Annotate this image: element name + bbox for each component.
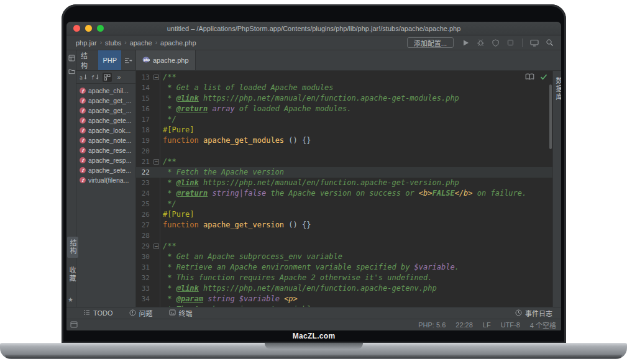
debug-icon[interactable] [475, 37, 486, 48]
add-configuration-button[interactable]: 添加配置... [407, 37, 454, 48]
sort-by-kind-icon[interactable]: f [91, 73, 100, 82]
structure-item[interactable]: fapache_gete... [76, 116, 135, 125]
indent-widget[interactable]: 4 个空格 [530, 320, 556, 330]
code-line[interactable]: 16 * @return array of loaded Apache modu… [136, 104, 552, 114]
minimize-button[interactable] [85, 25, 92, 32]
code-line[interactable]: 18#[Pure] [136, 125, 552, 135]
line-number[interactable]: 30 [136, 252, 152, 262]
caret-position-widget[interactable]: 22:28 [455, 321, 473, 329]
code-line[interactable]: 25 */ [136, 199, 552, 209]
editor-tab-apache-php[interactable]: php apache.php [136, 50, 196, 70]
line-number[interactable]: 23 [136, 178, 152, 188]
tab-php[interactable]: PHP [98, 50, 121, 70]
inspections-ok-icon[interactable] [540, 74, 547, 81]
sort-alpha-icon[interactable]: a [79, 73, 88, 82]
structure-item[interactable]: fapache_look... [76, 125, 135, 135]
line-number[interactable]: 35 [136, 304, 152, 307]
code-line[interactable]: 28 [136, 230, 552, 241]
code-line[interactable]: 32 * This function requires Apache 2 oth… [136, 273, 552, 283]
coverage-icon[interactable] [490, 37, 501, 48]
line-number[interactable]: 20 [136, 146, 152, 157]
event-log-button[interactable]: 事件日志 [515, 308, 552, 318]
problems-toolwindow-button[interactable]: 问题 [129, 308, 153, 318]
code-line[interactable]: 20 [136, 146, 552, 157]
code-line[interactable]: 14 * Get a list of loaded Apache modules [136, 83, 552, 93]
fold-marker[interactable]: − [152, 157, 160, 167]
line-number[interactable]: 34 [136, 294, 152, 304]
line-number[interactable]: 29 [136, 241, 152, 252]
line-separator-widget[interactable]: LF [483, 321, 491, 329]
line-number[interactable]: 22 [136, 167, 152, 178]
code-line[interactable]: 31 * Retrieve an Apache environment vari… [136, 262, 552, 273]
structure-item[interactable]: fvirtual(filena... [76, 175, 135, 185]
structure-item[interactable]: fapache_chil... [76, 86, 135, 96]
editor-scrollbar-thumb[interactable] [549, 84, 552, 149]
database-toolwindow-button[interactable]: 数据库 [554, 77, 561, 101]
code-line[interactable]: 26#[Pure] [136, 209, 552, 220]
todo-toolwindow-button[interactable]: TODO [83, 309, 113, 317]
structure-item[interactable]: fapache_note... [76, 135, 135, 145]
breadcrumb-item[interactable]: php.jar [76, 39, 97, 47]
tab-structure[interactable]: 结构 [76, 50, 98, 70]
line-number[interactable]: 25 [136, 199, 152, 209]
code-line[interactable]: 35 * The Apache environment variable [136, 304, 552, 307]
line-number[interactable]: 31 [136, 262, 152, 273]
stop-icon[interactable] [505, 37, 516, 48]
line-number[interactable]: 16 [136, 104, 152, 114]
line-number[interactable]: 27 [136, 220, 152, 230]
code-line[interactable]: 15 * @link https://php.net/manual/en/fun… [136, 93, 552, 104]
screencast-icon[interactable] [529, 37, 540, 48]
terminal-toolwindow-button[interactable]: 终端 [169, 308, 193, 318]
breadcrumb-item[interactable]: stubs [105, 39, 121, 47]
code-line[interactable]: 19function apache_get_modules () {} [136, 135, 552, 146]
line-number[interactable]: 24 [136, 188, 152, 199]
structure-item[interactable]: fapache_get_... [76, 106, 135, 116]
folder-icon[interactable] [68, 68, 75, 75]
structure-item[interactable]: fapache_rese... [76, 145, 135, 155]
encoding-widget[interactable]: UTF-8 [501, 321, 520, 329]
code-line[interactable]: 17 */ [136, 114, 552, 125]
code-line[interactable]: 29−/** [136, 241, 552, 252]
editor-viewport[interactable]: 13−/**14 * Get a list of loaded Apache m… [136, 71, 552, 307]
code-line[interactable]: 13−/** [136, 72, 552, 83]
line-number[interactable]: 17 [136, 114, 152, 125]
zoom-button[interactable] [97, 25, 104, 32]
code-line[interactable]: 27function apache_get_version () {} [136, 220, 552, 230]
code-line[interactable]: 24 * @return string|false the Apache ver… [136, 188, 552, 199]
breadcrumb-item[interactable]: apache.php [160, 39, 196, 47]
code-line[interactable]: 22 * Fetch the Apache version [136, 167, 552, 178]
more-icon[interactable]: » [114, 73, 124, 82]
play-icon[interactable] [460, 37, 471, 48]
line-number[interactable]: 33 [136, 283, 152, 294]
search-everywhere-icon[interactable] [544, 37, 555, 48]
code-line[interactable]: 21−/** [136, 157, 552, 167]
close-button[interactable] [73, 25, 80, 32]
line-number[interactable]: 32 [136, 273, 152, 283]
breadcrumb-item[interactable]: apache [130, 39, 152, 47]
structure-item[interactable]: fapache_resp... [76, 155, 135, 165]
line-number[interactable]: 14 [136, 83, 152, 93]
line-number[interactable]: 26 [136, 209, 152, 220]
project-toolwindow-icon[interactable] [68, 54, 75, 61]
structure-item[interactable]: fapache_get_... [76, 96, 135, 106]
group-methods-icon[interactable] [103, 73, 112, 82]
php-version-widget[interactable]: PHP: 5.6 [418, 321, 446, 329]
structure-item[interactable]: fapache_sete... [76, 165, 135, 175]
autoscroll-icon[interactable] [121, 50, 135, 70]
code-line[interactable]: 33 * @link https://php.net/manual/en/fun… [136, 283, 552, 294]
fold-marker[interactable]: − [152, 72, 160, 83]
line-number[interactable]: 13 [136, 72, 152, 83]
fold-marker[interactable]: − [152, 241, 160, 252]
line-number[interactable]: 18 [136, 125, 152, 135]
code-line[interactable]: 30 * Get an Apache subprocess_env variab… [136, 252, 552, 262]
line-number[interactable]: 19 [136, 135, 152, 146]
line-number[interactable]: 15 [136, 93, 152, 104]
toolwindow-toggle-icon[interactable] [70, 321, 78, 329]
line-number[interactable]: 21 [136, 157, 152, 167]
code-line[interactable]: 34 * @param string $variable <p> [136, 294, 552, 304]
line-number[interactable]: 28 [136, 230, 152, 241]
code-line[interactable]: 23 * @link https://php.net/manual/en/fun… [136, 178, 552, 188]
favorites-toolwindow-button[interactable]: 收藏 [67, 266, 77, 283]
reader-mode-icon[interactable] [525, 73, 534, 81]
structure-toolwindow-button[interactable]: 结构 [67, 237, 78, 258]
